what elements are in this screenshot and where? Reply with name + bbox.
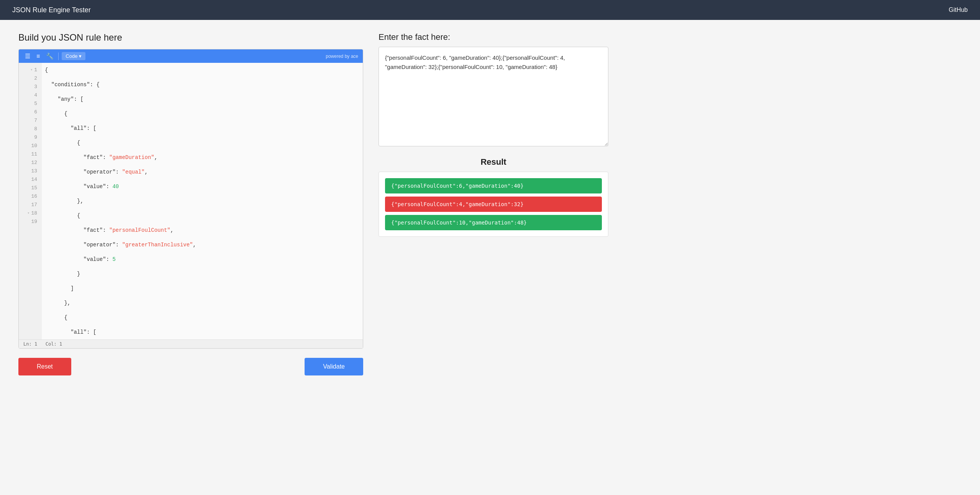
line-num-6: 6 — [19, 108, 42, 116]
line-num-14: 14 — [19, 175, 42, 184]
line-num-13: 13 — [19, 167, 42, 175]
line-num-10: 10 — [19, 142, 42, 150]
line-num-7: 7 — [19, 116, 42, 125]
line-num-11: 11 — [19, 150, 42, 159]
reset-button[interactable]: Reset — [18, 358, 71, 375]
line-num-9: 9 — [19, 133, 42, 142]
line-numbers: ▾1 2 3 4 5 6 7 8 9 10 11 12 13 14 15 16 — [19, 63, 42, 339]
code-area[interactable]: ▾1 2 3 4 5 6 7 8 9 10 11 12 13 14 15 16 — [19, 63, 363, 339]
editor-status: Ln: 1 Col: 1 — [19, 339, 363, 348]
code-content[interactable]: { "conditions": { "any": [ { "all": [ { … — [42, 63, 363, 339]
line-num-2: 2 — [19, 74, 42, 83]
powered-by-label: powered by ace — [326, 54, 358, 59]
result-title: Result — [379, 157, 608, 167]
line-num-16: 16 — [19, 192, 42, 201]
code-editor: ☰ ≡ 🔧 Code ▾ powered by ace ▾1 2 3 — [18, 49, 363, 349]
line-num-19: 19 — [19, 218, 42, 226]
toolbar-divider — [58, 52, 59, 60]
editor-toolbar: ☰ ≡ 🔧 Code ▾ powered by ace — [19, 49, 363, 63]
right-panel: Enter the fact here: {"personalFoulCount… — [379, 32, 608, 375]
app-title: JSON Rule Engine Tester — [12, 6, 91, 14]
button-row: Reset Validate — [18, 358, 363, 375]
left-panel: Build you JSON rule here ☰ ≡ 🔧 Code ▾ po… — [18, 32, 363, 375]
result-item-3: {"personalFoulCount":10,"gameDuration":4… — [385, 215, 602, 230]
line-num-18: ▾18 — [19, 209, 42, 218]
line-num-5: 5 — [19, 100, 42, 108]
line-num-17: 17 — [19, 201, 42, 209]
align-icon[interactable]: ≡ — [35, 52, 41, 61]
line-num-15: 15 — [19, 184, 42, 192]
result-item-2: {"personalFoulCount":4,"gameDuration":32… — [385, 197, 602, 212]
fact-input[interactable]: {"personalFoulCount": 6, "gameDuration":… — [379, 47, 608, 146]
main-content: Build you JSON rule here ☰ ≡ 🔧 Code ▾ po… — [0, 20, 980, 388]
fact-title: Enter the fact here: — [379, 32, 608, 42]
line-num-8: 8 — [19, 125, 42, 133]
result-container: {"personalFoulCount":6,"gameDuration":40… — [379, 172, 608, 237]
ln-status: Ln: 1 — [23, 341, 37, 347]
line-num-12: 12 — [19, 159, 42, 167]
list-icon[interactable]: ☰ — [23, 52, 32, 61]
wrench-icon[interactable]: 🔧 — [44, 52, 55, 61]
result-item-1: {"personalFoulCount":6,"gameDuration":40… — [385, 178, 602, 193]
line-num-3: 3 — [19, 83, 42, 91]
validate-button[interactable]: Validate — [305, 358, 363, 375]
code-dropdown-button[interactable]: Code ▾ — [62, 52, 85, 60]
line-num-4: 4 — [19, 91, 42, 100]
left-panel-title: Build you JSON rule here — [18, 32, 363, 43]
chevron-down-icon: ▾ — [79, 53, 82, 59]
header: JSON Rule Engine Tester GitHub — [0, 0, 980, 20]
toolbar-left: ☰ ≡ 🔧 Code ▾ — [23, 52, 85, 61]
github-link[interactable]: GitHub — [949, 7, 968, 13]
line-num-1: ▾1 — [19, 66, 42, 74]
col-status: Col: 1 — [46, 341, 62, 347]
